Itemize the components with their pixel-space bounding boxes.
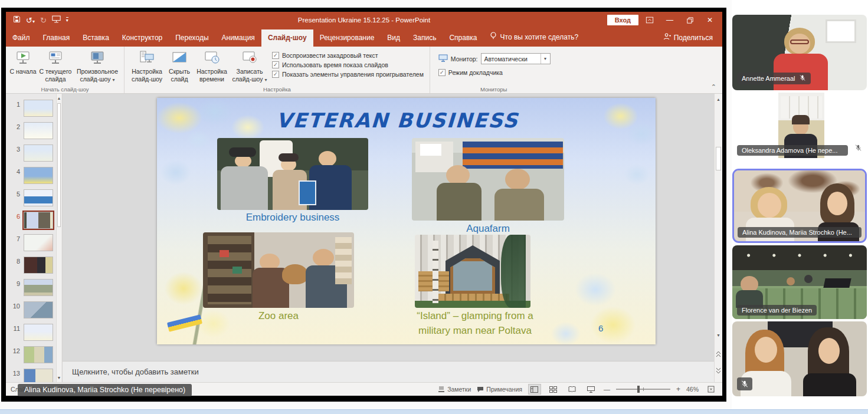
participant-tile-unnamed[interactable] (732, 321, 867, 396)
thumbnail-9[interactable]: 9 (11, 279, 55, 296)
zoom-out-button[interactable]: — (604, 386, 610, 393)
customize-qat-button[interactable]: ▾ (66, 17, 68, 23)
video-decor (827, 192, 847, 215)
thumbnail-11[interactable]: 11 (11, 324, 55, 341)
reading-view-button[interactable] (566, 384, 579, 395)
scroll-down-icon[interactable]: ▼ (57, 373, 61, 382)
scroll-up-icon[interactable]: ▲ (57, 94, 61, 103)
record-slideshow-button[interactable]: Записать слайд-шоу ▾ (231, 48, 268, 83)
tab-transitions[interactable]: Переходы (169, 29, 215, 47)
checkbox-checked-icon (272, 71, 279, 78)
tab-design[interactable]: Конструктор (116, 29, 169, 47)
thumbnail-6-selected[interactable]: 6 (11, 212, 55, 229)
scroll-down-icon[interactable]: ▼ (715, 331, 722, 340)
group-label-setup: Настройка (125, 86, 430, 93)
thumbnail-12[interactable]: 12 (11, 346, 55, 363)
thumbnail-5[interactable]: 5 (11, 189, 55, 206)
rehearse-icon (204, 50, 220, 66)
minimize-button[interactable]: — (661, 14, 679, 27)
thumbnail-8[interactable]: 8 (11, 257, 55, 274)
hide-slide-button[interactable]: Скрыть слайд (166, 48, 193, 83)
from-beginning-button[interactable]: С начала (9, 48, 37, 75)
notes-pane[interactable]: Щелкните, чтобы добавить заметки (63, 361, 714, 382)
redo-button[interactable]: ↻ (40, 16, 47, 25)
dropdown-arrow-icon[interactable]: ▾ (541, 54, 550, 64)
tab-review[interactable]: Рецензирование (313, 29, 381, 47)
video-decor (818, 338, 840, 364)
checkbox-checked-icon (272, 61, 279, 68)
show-media-controls-checkbox[interactable]: Показать элементы управления проигрывате… (272, 71, 424, 78)
next-slide-button[interactable] (715, 366, 722, 375)
thumbnail-7[interactable]: 7 (11, 234, 55, 251)
participant-tile-oleksandra[interactable]: Oleksandra Adamova (Не пере... (732, 93, 867, 158)
normal-view-button[interactable] (528, 384, 541, 395)
rehearse-timings-button[interactable]: Настройка времени (193, 48, 231, 83)
close-button[interactable]: ✕ (701, 14, 719, 27)
ribbon-display-options-button[interactable] (641, 14, 659, 27)
photo-zoo-area[interactable] (203, 232, 354, 308)
collapse-ribbon-icon[interactable]: ⌃ (711, 83, 716, 91)
caption-zoo-area[interactable]: Zoo area (203, 310, 354, 322)
from-current-slide-button[interactable]: С текущего слайда (37, 48, 74, 83)
custom-slideshow-button[interactable]: Произвольное слайд-шоу ▾ (74, 48, 120, 83)
fit-to-window-button[interactable] (705, 384, 718, 395)
previous-slide-button[interactable] (715, 350, 722, 359)
tab-help[interactable]: Справка (443, 29, 483, 47)
photo-aquafarm[interactable] (412, 138, 564, 221)
play-narrations-checkbox[interactable]: Воспроизвести закадровый текст (272, 52, 424, 59)
slide-scrollbar[interactable]: ▲ ▼ (714, 94, 722, 382)
video-call-sidebar: Annette Ammeraal Oleksandra Adamova (Не … (732, 0, 868, 409)
tell-me-box[interactable]: Что вы хотите сделать? (484, 28, 585, 47)
monitor-dropdown[interactable]: Автоматически ▾ (481, 53, 551, 64)
comment-icon (477, 386, 484, 393)
participant-tile-alina-mariia[interactable]: Alina Kudinova, Mariia Strochko (Не... (732, 169, 867, 243)
restore-button[interactable] (681, 14, 699, 27)
zoom-in-button[interactable]: + (676, 385, 680, 393)
photo-island-glamping[interactable] (415, 235, 530, 308)
thumbnail-13[interactable]: 13 (11, 369, 55, 382)
setup-slideshow-button[interactable]: Настройка слайд-шоу (128, 48, 166, 83)
thumbnail-2[interactable]: 2 (11, 122, 55, 139)
comments-toggle[interactable]: Примечания (477, 386, 522, 393)
caption-embroidery[interactable]: Embroidery business (217, 212, 368, 224)
sign-in-button[interactable]: Вход (607, 15, 638, 25)
taskbar-strip (0, 409, 868, 414)
scrollbar-thumb[interactable] (716, 147, 721, 170)
slide-title[interactable]: VETERAN BUSINESS (157, 109, 638, 132)
thumbnail-4[interactable]: 4 (11, 167, 55, 184)
presenter-view-checkbox[interactable]: Режим докладчика (438, 69, 551, 76)
save-icon[interactable] (13, 15, 21, 25)
photo-embroidery-business[interactable] (217, 138, 368, 210)
scrollbar-thumb[interactable] (57, 103, 61, 227)
mic-muted-icon (854, 143, 862, 154)
zoom-level[interactable]: 46% (686, 386, 699, 393)
undo-button[interactable]: ↺▾ (26, 16, 35, 25)
slide-editing-area[interactable]: VETERAN BUSINESS (63, 94, 714, 361)
tab-home[interactable]: Главная (37, 29, 77, 47)
tab-record[interactable]: Запись (407, 29, 443, 47)
slide-sorter-view-button[interactable] (547, 384, 560, 395)
tab-slideshow[interactable]: Слайд-шоу (261, 29, 313, 47)
notes-toggle[interactable]: Заметки (438, 386, 471, 393)
use-timings-checkbox[interactable]: Использовать время показа слайдов (272, 61, 424, 68)
zoom-slider[interactable] (616, 389, 670, 390)
group-label-start: Начать слайд-шоу (6, 86, 124, 93)
start-slideshow-qat-icon[interactable] (52, 15, 61, 25)
participant-tile-annette[interactable]: Annette Ammeraal (732, 15, 867, 90)
participant-tile-florence[interactable]: Florence van der Biezen (732, 245, 867, 319)
tab-view[interactable]: Вид (381, 29, 407, 47)
zoom-slider-handle[interactable] (637, 386, 640, 393)
tab-file[interactable]: Файл (6, 29, 37, 47)
thumbnail-scrollbar[interactable]: ▲ ▼ (56, 94, 61, 382)
share-button[interactable]: Поделиться (654, 29, 722, 47)
scroll-up-icon[interactable]: ▲ (715, 95, 722, 104)
tab-animations[interactable]: Анимация (215, 29, 261, 47)
thumbnail-1[interactable]: 1 (11, 100, 55, 117)
thumbnail-3[interactable]: 3 (11, 144, 55, 162)
slideshow-view-button[interactable] (585, 384, 598, 395)
thumbnail-10[interactable]: 10 (11, 301, 55, 318)
tab-insert[interactable]: Вставка (76, 29, 116, 47)
caption-island-glamping[interactable]: “Island” – glamping from a military man … (405, 309, 545, 338)
caption-aquafarm[interactable]: Aquafarm (412, 223, 564, 235)
slide-canvas[interactable]: VETERAN BUSINESS (157, 98, 656, 344)
